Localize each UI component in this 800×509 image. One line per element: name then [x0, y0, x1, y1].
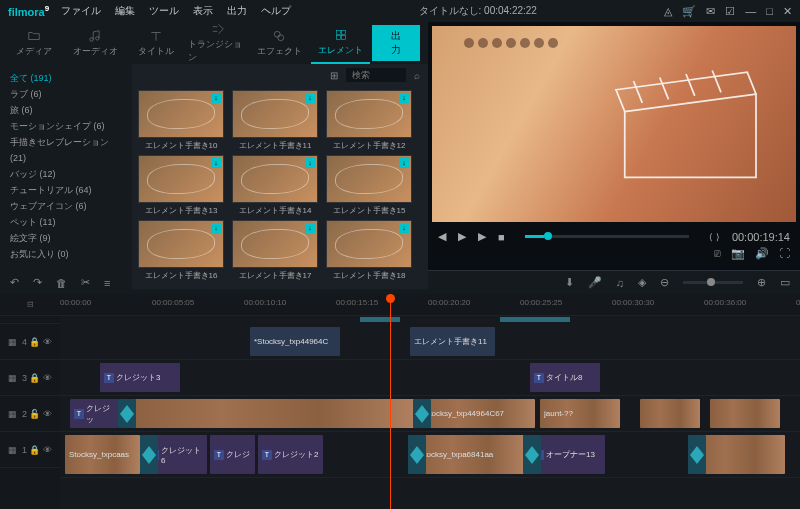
element-thumbnail[interactable]: ↓ — [232, 220, 318, 268]
timeline-clip[interactable]: *Stocksy_txp44964C — [250, 327, 340, 356]
minimize-icon[interactable]: — — [745, 5, 756, 18]
feedback-icon[interactable]: ☑ — [725, 5, 735, 18]
tab-transition[interactable]: トランジション — [188, 22, 247, 64]
fullscreen-icon[interactable]: ⛶ — [779, 247, 790, 260]
track-head-2[interactable]: ▦2 🔓 👁 — [0, 396, 60, 432]
timeline-clip[interactable]: Tタイトル8 — [530, 363, 600, 392]
timeline-clip[interactable]: Tクレジット2 — [258, 435, 323, 474]
mail-icon[interactable]: ✉ — [706, 5, 715, 18]
transition-clip[interactable] — [413, 399, 431, 428]
sidebar-item[interactable]: ラブ (6) — [10, 86, 122, 102]
timeline-clip[interactable]: Tオープナー13 — [530, 435, 605, 474]
zoom-slider[interactable] — [683, 281, 743, 284]
account-icon[interactable]: ◬ — [664, 5, 672, 18]
menu-edit[interactable]: 編集 — [115, 4, 135, 18]
next-frame-icon[interactable]: ▶ — [478, 230, 486, 243]
playhead[interactable] — [390, 294, 391, 509]
voice-icon[interactable]: 🎤 — [588, 276, 602, 289]
timeline-clip[interactable] — [125, 399, 415, 428]
volume-icon[interactable]: 🔊 — [755, 247, 769, 260]
search-input[interactable] — [346, 68, 406, 82]
timeline-clip[interactable]: Tクレジット3 — [100, 363, 180, 392]
element-thumbnail[interactable]: ↓ — [138, 220, 224, 268]
export-button[interactable]: 出力 — [372, 25, 420, 61]
menu-view[interactable]: 表示 — [193, 4, 213, 18]
sidebar-item[interactable]: 絵文字 (9) — [10, 230, 122, 246]
split-icon[interactable]: ✂ — [81, 276, 90, 289]
close-icon[interactable]: ✕ — [783, 5, 792, 18]
zoom-out-icon[interactable]: ⊖ — [660, 276, 669, 289]
element-thumbnail[interactable]: ↓ — [326, 220, 412, 268]
loop-icon[interactable]: ⟨ ⟩ — [709, 232, 720, 242]
quality-icon[interactable]: ⎚ — [714, 247, 721, 260]
timeline-clip[interactable] — [640, 399, 700, 428]
search-icon[interactable]: ⌕ — [414, 70, 420, 81]
transition-clip[interactable] — [118, 399, 136, 428]
zoom-in-icon[interactable]: ⊕ — [757, 276, 766, 289]
track-head-1[interactable]: ▦1 🔒 👁 — [0, 432, 60, 468]
element-thumbnail[interactable]: ↓ — [232, 90, 318, 138]
sidebar-item[interactable]: 手描きセレブレーション (21) — [10, 134, 122, 166]
element-thumbnail[interactable]: ↓ — [232, 155, 318, 203]
tab-title[interactable]: タイトル — [127, 22, 186, 64]
play-icon[interactable]: ▶ — [458, 230, 466, 243]
mixer-icon[interactable]: ♫ — [616, 277, 624, 289]
tab-media[interactable]: メディア — [4, 22, 63, 64]
timeline-clip[interactable]: Stocksy_txp44964C67 — [420, 399, 535, 428]
record-icon[interactable]: ⬇ — [565, 276, 574, 289]
transition-clip[interactable] — [523, 435, 541, 474]
thumbnail-label: エレメント手書き18 — [326, 270, 412, 281]
track-head-4[interactable]: ▦4 🔒 👁 — [0, 324, 60, 360]
transition-clip[interactable] — [408, 435, 426, 474]
progress-bar[interactable] — [525, 235, 690, 238]
app-logo: filmora9 — [8, 4, 49, 18]
timeline-ruler[interactable]: 00:00:0000:00:05:0500:00:10:1000:00:15:1… — [60, 294, 800, 316]
cart-icon[interactable]: 🛒 — [682, 5, 696, 18]
timeline-clip[interactable]: Stocksy_txpa6841aa — [415, 435, 525, 474]
tab-audio[interactable]: オーディオ — [65, 22, 124, 64]
redo-icon[interactable]: ↷ — [33, 276, 42, 289]
fit-icon[interactable]: ▭ — [780, 276, 790, 289]
timeline-clip[interactable] — [710, 399, 780, 428]
sidebar-item[interactable]: チュートリアル (64) — [10, 182, 122, 198]
prev-frame-icon[interactable]: ◀ — [438, 230, 446, 243]
menu-help[interactable]: ヘルプ — [261, 4, 291, 18]
tab-effect[interactable]: エフェクト — [250, 22, 309, 64]
sidebar-item[interactable]: ウェブアイコン (6) — [10, 198, 122, 214]
delete-icon[interactable]: 🗑 — [56, 277, 67, 289]
sidebar-item[interactable]: 旅 (6) — [10, 102, 122, 118]
transition-clip[interactable] — [140, 435, 158, 474]
snapshot-icon[interactable]: 📷 — [731, 247, 745, 260]
svg-rect-4 — [336, 35, 340, 39]
element-thumbnail[interactable]: ↓ — [326, 155, 412, 203]
undo-icon[interactable]: ↶ — [10, 276, 19, 289]
element-thumbnail[interactable]: ↓ — [138, 155, 224, 203]
download-badge-icon: ↓ — [399, 93, 409, 103]
maximize-icon[interactable]: □ — [766, 5, 773, 18]
track-head-3[interactable]: ▦3 🔒 👁 — [0, 360, 60, 396]
sidebar-all[interactable]: 全て (191) — [10, 70, 122, 86]
menu-tools[interactable]: ツール — [149, 4, 179, 18]
grid-view-icon[interactable]: ⊞ — [330, 70, 338, 81]
timeline-clip[interactable]: Tクレジ — [210, 435, 255, 474]
timeline-clip[interactable]: Stocksy_txpcaas — [65, 435, 140, 474]
element-thumbnail[interactable]: ↓ — [138, 90, 224, 138]
title-icon: T — [104, 373, 114, 383]
timeline-clip[interactable]: エレメント手書き11 — [410, 327, 495, 356]
timeline-clip[interactable]: Tクレジッ — [70, 399, 118, 428]
edit-icon[interactable]: ≡ — [104, 277, 110, 289]
stop-icon[interactable]: ■ — [498, 231, 505, 243]
sidebar-item[interactable]: モーションシェイプ (6) — [10, 118, 122, 134]
tab-element[interactable]: エレメント — [311, 22, 370, 64]
sidebar-item[interactable]: お気に入り (0) — [10, 246, 122, 262]
menu-file[interactable]: ファイル — [61, 4, 101, 18]
sidebar-item[interactable]: バッジ (12) — [10, 166, 122, 182]
timeline-clip[interactable] — [695, 435, 785, 474]
element-thumbnail[interactable]: ↓ — [326, 90, 412, 138]
sidebar-item[interactable]: ペット (11) — [10, 214, 122, 230]
transition-clip[interactable] — [688, 435, 706, 474]
marker-icon[interactable]: ◈ — [638, 276, 646, 289]
menu-export[interactable]: 出力 — [227, 4, 247, 18]
timeline-clip[interactable]: jaunt-?? — [540, 399, 620, 428]
track-head-ruler[interactable]: ⊟ — [0, 294, 60, 316]
